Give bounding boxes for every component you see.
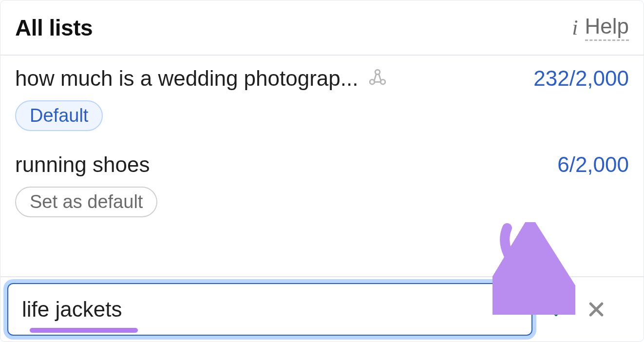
annotation-underline	[30, 328, 138, 333]
close-icon	[587, 300, 606, 319]
info-icon: i	[572, 17, 578, 38]
panel-title: All lists	[15, 15, 93, 41]
list-item[interactable]: running shoes 6/2,000 Set as default	[0, 142, 644, 228]
default-badge: Default	[15, 100, 103, 131]
panel-header: All lists i Help	[0, 0, 644, 56]
list-count: 6/2,000	[557, 152, 629, 177]
all-lists-panel: All lists i Help how much is a wedding p…	[0, 0, 644, 342]
list-count: 232/2,000	[533, 66, 629, 91]
share-icon	[367, 67, 388, 90]
check-icon	[548, 299, 569, 320]
cancel-button[interactable]	[584, 297, 608, 322]
new-list-input-wrap	[7, 283, 532, 336]
list-item[interactable]: how much is a wedding photograp... 232/2…	[0, 56, 644, 142]
help-link[interactable]: i Help	[572, 14, 629, 41]
lists-container: how much is a wedding photograp... 232/2…	[0, 56, 644, 228]
confirm-button[interactable]	[546, 297, 570, 322]
set-as-default-button[interactable]: Set as default	[15, 187, 157, 217]
list-name: how much is a wedding photograp...	[15, 66, 358, 91]
list-name: running shoes	[15, 152, 150, 177]
new-list-footer	[0, 276, 644, 342]
help-label: Help	[585, 14, 629, 41]
